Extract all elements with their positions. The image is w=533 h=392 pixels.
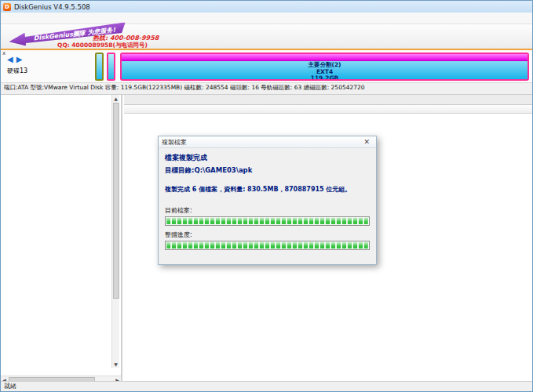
dialog-body: 檔案複製完成 目標目錄:Q:\GAME03\apk 複製完成 6 個檔案，資料量…	[159, 148, 376, 265]
progress-fill	[166, 242, 368, 249]
menu-bar	[1, 13, 532, 24]
scroll-up-icon[interactable]: ▲	[112, 95, 119, 102]
dialog-close-icon[interactable]: ✕	[360, 138, 373, 146]
view-tabs	[124, 95, 533, 105]
partition-block-0[interactable]	[95, 53, 104, 81]
file-list-header	[124, 105, 533, 114]
next-disk-icon[interactable]: ▶	[16, 55, 26, 64]
partition-info: 主要分割(2) EXT4 119.2GB	[122, 61, 528, 81]
progress-fill	[166, 218, 368, 224]
partition-block-2[interactable]: 主要分割(2) EXT4 119.2GB	[120, 53, 529, 81]
disk-map-panel: x ◀▶ 硬碟13 主要分割(2) EXT4 119.2GB	[1, 50, 532, 83]
partition-tree-panel: ▲ ▼ ◀ ▶	[1, 95, 122, 383]
scroll-down-icon[interactable]: ▼	[112, 361, 119, 368]
partition-block-1[interactable]	[107, 53, 115, 81]
current-file-label: 目前檔案:	[165, 206, 370, 215]
scroll-thumb[interactable]	[113, 103, 119, 299]
disk-info-line: 端口:ATA 型號:VMware Virtual Disk 容量: 119.5G…	[4, 84, 530, 93]
partition-type-band	[122, 54, 528, 61]
disk-navigator: ◀▶ 硬碟13	[7, 55, 54, 75]
overall-progressbar	[165, 241, 370, 250]
ad-banner[interactable]: DiskGenius團隊 为您服务! 热线: 400-008-9958 QQ: …	[2, 24, 532, 49]
panel-close-icon[interactable]: x	[2, 50, 5, 56]
window-title: DiskGenius V4.9.5.508	[14, 3, 90, 11]
partition-size: 119.2GB	[122, 75, 528, 81]
target-directory-text: 目標目錄:Q:\GAME03\apk	[165, 166, 370, 176]
diskgenius-window: D DiskGenius V4.9.5.508 DiskGenius團隊 为您服…	[0, 0, 533, 392]
title-bar: D DiskGenius V4.9.5.508	[1, 1, 532, 13]
copy-complete-heading: 檔案複製完成	[165, 153, 370, 163]
copy-files-dialog: 複製檔案 ✕ 檔案複製完成 目標目錄:Q:\GAME03\apk 複製完成 6 …	[158, 136, 377, 265]
status-text: 就緒	[4, 383, 16, 390]
dialog-title: 複製檔案	[162, 138, 360, 147]
copy-summary-text: 複製完成 6 個檔案，資料量: 830.5MB，870887915 位元組。	[165, 185, 370, 194]
status-bar: 就緒	[1, 381, 532, 391]
tree-vertical-scrollbar[interactable]: ▲ ▼	[111, 95, 119, 368]
current-file-progressbar	[165, 216, 370, 226]
overall-progress-label: 整體進度:	[165, 230, 370, 239]
banner-qq: QQ: 4000089958(与电话同号)	[57, 42, 148, 49]
dialog-title-bar[interactable]: 複製檔案 ✕	[159, 136, 376, 148]
app-logo-icon: D	[3, 3, 11, 11]
disk-name-label: 硬碟13	[7, 67, 54, 75]
prev-disk-icon[interactable]: ◀	[7, 55, 16, 64]
toolbar: DiskGenius團隊 为您服务! 热线: 400-008-9958 QQ: …	[1, 24, 532, 50]
